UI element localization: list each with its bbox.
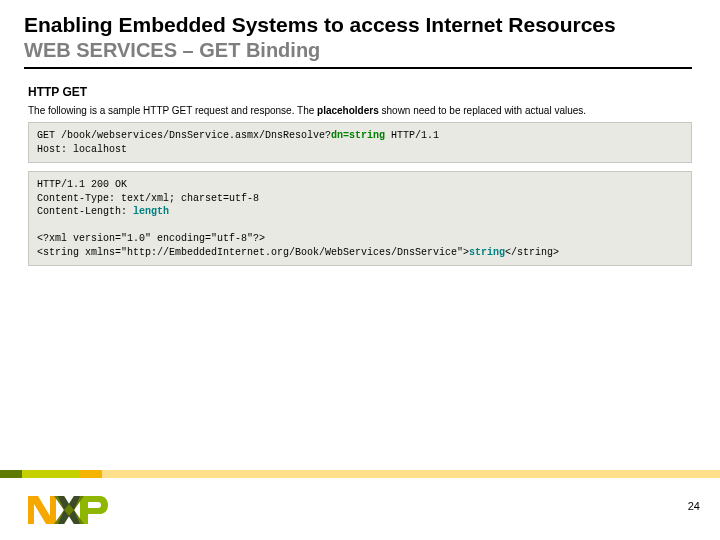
intro-prefix: The following is a sample HTTP GET reque… bbox=[28, 105, 317, 116]
slide-subtitle: WEB SERVICES – GET Binding bbox=[24, 38, 692, 69]
intro-text: The following is a sample HTTP GET reque… bbox=[28, 105, 692, 116]
resp-line5-c: </string> bbox=[505, 247, 559, 258]
req-line1-a: GET /book/webservices/DnsService.asmx/Dn… bbox=[37, 130, 331, 141]
band-seg-lime bbox=[22, 470, 80, 478]
section-label: HTTP GET bbox=[28, 85, 692, 99]
resp-line1: HTTP/1.1 200 OK bbox=[37, 179, 127, 190]
resp-line3-placeholder: length bbox=[133, 206, 169, 217]
content-area: HTTP GET The following is a sample HTTP … bbox=[0, 69, 720, 266]
slide: Enabling Embedded Systems to access Inte… bbox=[0, 0, 720, 540]
resp-line4: <?xml version="1.0" encoding="utf-8"?> bbox=[37, 233, 265, 244]
slide-title: Enabling Embedded Systems to access Inte… bbox=[24, 12, 696, 38]
resp-line5-a: <string xmlns="http://EmbeddedInternet.o… bbox=[37, 247, 469, 258]
nxp-logo-icon bbox=[28, 492, 108, 528]
band-seg-pale-yellow bbox=[102, 470, 720, 478]
req-line1-c: HTTP/1.1 bbox=[385, 130, 439, 141]
request-code-box: GET /book/webservices/DnsService.asmx/Dn… bbox=[28, 122, 692, 163]
response-code-box: HTTP/1.1 200 OK Content-Type: text/xml; … bbox=[28, 171, 692, 266]
resp-line5-placeholder: string bbox=[469, 247, 505, 258]
page-number: 24 bbox=[688, 500, 700, 512]
intro-bold: placeholders bbox=[317, 105, 379, 116]
band-seg-dark-olive bbox=[0, 470, 22, 478]
band-seg-amber bbox=[80, 470, 102, 478]
footer-color-band bbox=[0, 470, 720, 478]
resp-line3-a: Content-Length: bbox=[37, 206, 133, 217]
intro-suffix: shown need to be replaced with actual va… bbox=[379, 105, 586, 116]
req-line2: Host: localhost bbox=[37, 144, 127, 155]
nxp-logo bbox=[28, 492, 108, 528]
title-block: Enabling Embedded Systems to access Inte… bbox=[0, 0, 720, 69]
resp-line2: Content-Type: text/xml; charset=utf-8 bbox=[37, 193, 259, 204]
req-line1-placeholder: dn=string bbox=[331, 130, 385, 141]
